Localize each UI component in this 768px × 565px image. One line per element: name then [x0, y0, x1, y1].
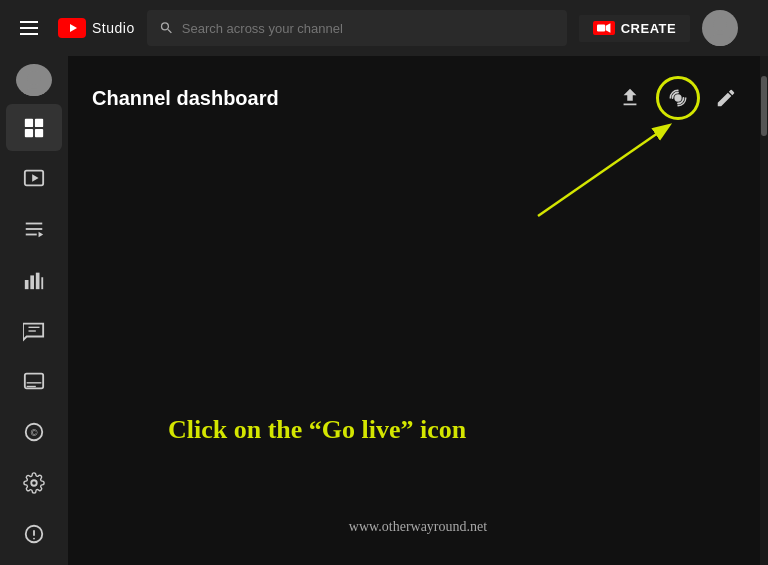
edit-button[interactable] — [708, 80, 744, 116]
upload-button[interactable] — [612, 80, 648, 116]
svg-marker-0 — [70, 24, 77, 32]
sidebar-item-settings[interactable] — [6, 460, 62, 507]
sidebar-item-subtitles[interactable] — [6, 358, 62, 405]
svg-point-3 — [713, 17, 727, 31]
logo-area: Studio — [58, 18, 135, 38]
scrollbar-thumb[interactable] — [761, 76, 767, 136]
sidebar-item-feedback[interactable] — [6, 510, 62, 557]
svg-rect-20 — [41, 277, 43, 289]
dashboard-header: Channel dashboard — [68, 56, 768, 136]
svg-point-5 — [27, 71, 41, 85]
svg-rect-17 — [25, 280, 29, 289]
scrollbar[interactable] — [760, 56, 768, 565]
page-title: Channel dashboard — [92, 87, 279, 110]
svg-point-4 — [708, 34, 732, 46]
svg-rect-10 — [35, 129, 43, 137]
main-layout: © Channel dashboard — [0, 56, 768, 565]
svg-text:©: © — [31, 428, 38, 438]
sidebar-item-content[interactable] — [6, 155, 62, 202]
go-live-button[interactable] — [656, 76, 700, 120]
youtube-logo — [58, 18, 86, 38]
svg-rect-19 — [36, 273, 40, 290]
svg-rect-8 — [35, 119, 43, 127]
svg-point-28 — [31, 480, 37, 486]
studio-label: Studio — [92, 20, 135, 36]
sidebar-item-comments[interactable] — [6, 307, 62, 354]
instruction-text: Click on the “Go live” icon — [168, 415, 466, 445]
sidebar-item-dashboard[interactable] — [6, 104, 62, 151]
hamburger-menu[interactable] — [12, 13, 46, 43]
search-icon — [159, 20, 174, 36]
search-input[interactable] — [182, 21, 555, 36]
svg-rect-7 — [25, 119, 33, 127]
svg-point-6 — [22, 88, 46, 96]
create-button[interactable]: CREATE — [579, 15, 690, 42]
svg-rect-18 — [30, 275, 34, 289]
svg-rect-9 — [25, 129, 33, 137]
topbar: Studio CREATE — [0, 0, 768, 56]
svg-marker-12 — [32, 175, 38, 182]
svg-marker-16 — [39, 232, 44, 238]
create-video-icon — [593, 21, 615, 35]
search-bar[interactable] — [147, 10, 567, 46]
main-content: Channel dashboard — [68, 56, 768, 565]
user-avatar[interactable] — [702, 10, 738, 46]
create-label: CREATE — [621, 21, 676, 36]
svg-rect-1 — [597, 25, 605, 32]
sidebar-item-playlists[interactable] — [6, 206, 62, 253]
svg-point-31 — [33, 537, 35, 539]
website-text: www.otherwayround.net — [349, 519, 487, 535]
svg-marker-2 — [605, 23, 610, 32]
svg-point-32 — [674, 94, 681, 101]
sidebar-avatar[interactable] — [16, 64, 52, 96]
sidebar-item-analytics[interactable] — [6, 257, 62, 304]
header-actions — [612, 76, 744, 120]
sidebar: © — [0, 56, 68, 565]
sidebar-item-copyright[interactable]: © — [6, 409, 62, 456]
